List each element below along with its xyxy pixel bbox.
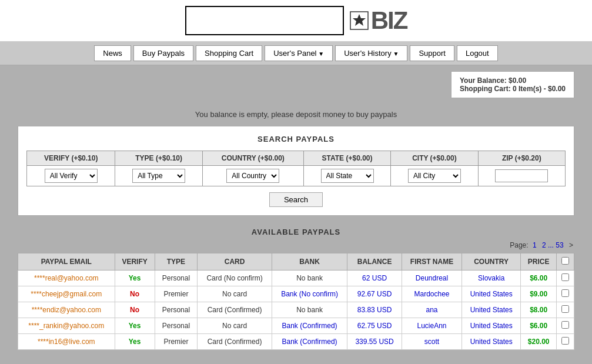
balance-cell: 62.75 USD [347,318,402,334]
balance-label: Your Balance: $0.00 [460,76,566,85]
table-row: ****cheejp@gmail.com No Premier No card … [18,286,574,302]
country-cell: Slovakia [461,271,520,286]
country-select[interactable]: All Country [226,169,279,183]
col-email: PAYPAL EMAIL [18,253,115,271]
card-cell: No card [198,286,272,302]
nav-users-history[interactable]: User's History [335,45,407,61]
email-link[interactable]: ****endiz@yahoo.com [32,306,101,314]
col-country: COUNTRY [461,253,520,271]
row-checkbox[interactable] [561,305,569,313]
price-cell: $9.00 [521,286,557,302]
col-type: TYPE [155,253,198,271]
nav-logout[interactable]: Logout [457,45,498,61]
country-cell: United States [461,302,520,318]
firstname-cell: scott [402,334,462,350]
nav-shopping-cart[interactable]: Shopping Cart [196,45,262,61]
bank-cell: Bank (No confirm) [272,286,347,302]
cart-label: Shopping Cart: 0 Item(s) - $0.00 [460,85,566,93]
page-next[interactable]: 2 ... 53 [541,241,565,249]
price-cell: $20.00 [521,334,557,350]
nav-bar: News Buy Paypals Shopping Cart User's Pa… [0,42,592,65]
type-cell: Premier [155,286,198,302]
zip-input[interactable] [495,169,548,182]
verify-select[interactable]: All Verify [45,169,98,183]
table-row: ****real@yahoo.com Yes Personal Card (No… [18,271,574,286]
page-arrow: > [569,241,573,249]
firstname-cell: LucieAnn [402,318,462,334]
price-cell: $6.00 [521,318,557,334]
nav-buy-paypals[interactable]: Buy Paypals [133,45,193,61]
col-balance: BALANCE [347,253,402,271]
logo-area: BIZ [350,6,407,35]
results-table: PAYPAL EMAIL VERIFY TYPE CARD BANK BALAN… [18,253,574,350]
firstname-cell: Mardochee [402,286,462,302]
email-link[interactable]: ****real@yahoo.com [34,274,99,282]
logo-input[interactable] [185,6,344,35]
verify-header: VERIFY (+$0.10) [27,151,115,166]
zip-header: ZIP (+$0.20) [478,151,565,166]
available-title: AVAILABLE PAYPALS [18,228,574,236]
page-current[interactable]: 1 [533,241,537,249]
col-verify: VERIFY [115,253,155,271]
row-checkbox[interactable] [561,337,569,345]
row-checkbox-cell [557,334,574,350]
row-checkbox[interactable] [561,289,569,297]
balance-cell: 339.55 USD [347,334,402,350]
row-checkbox-cell [557,286,574,302]
row-checkbox-cell [557,271,574,286]
firstname-cell: Deundreal [402,271,462,286]
card-cell: No card [198,318,272,334]
city-header: CITY (+$0.00) [391,151,478,166]
nav-news[interactable]: News [94,45,131,61]
state-select[interactable]: All State [321,169,374,183]
header: BIZ [0,0,592,42]
balance-box: Your Balance: $0.00 Shopping Cart: 0 Ite… [451,71,574,98]
country-header: COUNTRY (+$0.00) [202,151,303,166]
type-select[interactable]: All Type [132,169,185,183]
pagination: Page: 1 2 ... 53 > [18,241,574,249]
row-checkbox-cell [557,302,574,318]
verify-cell: No [115,286,155,302]
card-cell: Card (Confirmed) [198,302,272,318]
main-content: You balance is empty, please deposit mon… [0,98,592,362]
search-title: SEARCH PAYPALS [26,135,566,143]
col-bank: BANK [272,253,347,271]
email-link[interactable]: ****in16@live.com [38,338,95,346]
bank-cell: Bank (Confirmed) [272,318,347,334]
verify-cell: Yes [115,318,155,334]
search-section: SEARCH PAYPALS VERIFY (+$0.10) TYPE (+$0… [18,126,574,216]
table-row: ****in16@live.com Yes Premier Card (Conf… [18,334,574,350]
verify-cell: Yes [115,334,155,350]
filter-table: VERIFY (+$0.10) TYPE (+$0.10) COUNTRY (+… [26,151,566,186]
col-card: CARD [198,253,272,271]
table-row: ****_rankin@yahoo.com Yes Personal No ca… [18,318,574,334]
country-cell: United States [461,318,520,334]
card-cell: Card (No confirm) [198,271,272,286]
email-link[interactable]: ****cheejp@gmail.com [31,290,102,298]
nav-users-panel[interactable]: User's Panel [265,45,333,61]
country-cell: United States [461,286,520,302]
col-price: PRICE [521,253,557,271]
city-select[interactable]: All City [408,169,461,183]
type-header: TYPE (+$0.10) [115,151,202,166]
bank-cell: No bank [272,302,347,318]
star-icon [350,11,369,30]
table-row: ****endiz@yahoo.com No Personal Card (Co… [18,302,574,318]
logo-label: BIZ [371,6,407,35]
row-checkbox[interactable] [561,273,569,281]
page-label: Page: [510,241,528,249]
price-cell: $6.00 [521,271,557,286]
nav-support[interactable]: Support [410,45,454,61]
balance-cell: 83.83 USD [347,302,402,318]
firstname-cell: ana [402,302,462,318]
col-firstname: FIRST NAME [402,253,462,271]
type-cell: Premier [155,334,198,350]
row-checkbox[interactable] [561,321,569,329]
balance-area: Your Balance: $0.00 Shopping Cart: 0 Ite… [0,65,592,98]
email-link[interactable]: ****_rankin@yahoo.com [28,322,104,330]
search-button[interactable]: Search [269,192,323,207]
type-cell: Personal [155,318,198,334]
type-cell: Personal [155,302,198,318]
select-all-checkbox[interactable] [561,257,569,265]
bank-cell: No bank [272,271,347,286]
